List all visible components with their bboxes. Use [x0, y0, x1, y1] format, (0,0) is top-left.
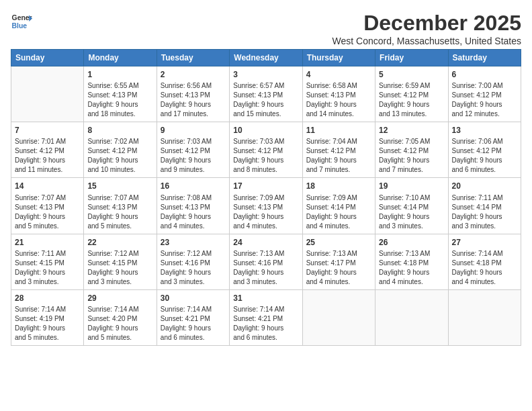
day-number: 18 [306, 181, 371, 191]
day-info: Sunrise: 7:11 AM Sunset: 4:14 PM Dayligh… [452, 193, 517, 231]
day-number: 25 [306, 237, 371, 248]
day-info: Sunrise: 7:01 AM Sunset: 4:12 PM Dayligh… [15, 137, 80, 175]
calendar-cell: 25Sunrise: 7:13 AM Sunset: 4:17 PM Dayli… [302, 234, 375, 289]
day-number: 15 [87, 181, 152, 191]
day-number: 9 [161, 125, 226, 136]
calendar-cell [448, 289, 521, 345]
day-number: 2 [161, 69, 226, 80]
day-info: Sunrise: 7:10 AM Sunset: 4:14 PM Dayligh… [379, 193, 444, 231]
weekday-header-tuesday: Tuesday [157, 50, 229, 66]
day-number: 24 [233, 237, 298, 248]
calendar-cell: 31Sunrise: 7:14 AM Sunset: 4:21 PM Dayli… [230, 289, 302, 345]
weekday-header-saturday: Saturday [448, 50, 521, 66]
calendar-cell: 29Sunrise: 7:14 AM Sunset: 4:20 PM Dayli… [84, 289, 157, 345]
calendar-cell: 30Sunrise: 7:14 AM Sunset: 4:21 PM Dayli… [157, 289, 229, 345]
day-info: Sunrise: 7:05 AM Sunset: 4:12 PM Dayligh… [379, 137, 444, 175]
day-info: Sunrise: 7:03 AM Sunset: 4:12 PM Dayligh… [161, 137, 226, 175]
day-info: Sunrise: 7:13 AM Sunset: 4:18 PM Dayligh… [379, 249, 444, 287]
day-number: 20 [452, 181, 517, 191]
calendar-cell: 5Sunrise: 6:59 AM Sunset: 4:12 PM Daylig… [375, 66, 448, 122]
day-info: Sunrise: 7:14 AM Sunset: 4:18 PM Dayligh… [452, 249, 517, 287]
weekday-header-friday: Friday [375, 50, 448, 66]
day-number: 10 [233, 125, 298, 136]
calendar-cell: 23Sunrise: 7:12 AM Sunset: 4:16 PM Dayli… [157, 234, 229, 289]
weekday-header-monday: Monday [84, 50, 157, 66]
day-number: 28 [15, 293, 80, 304]
day-number: 30 [161, 293, 226, 304]
calendar-cell: 11Sunrise: 7:04 AM Sunset: 4:12 PM Dayli… [302, 122, 375, 178]
day-info: Sunrise: 7:08 AM Sunset: 4:13 PM Dayligh… [161, 193, 226, 231]
day-info: Sunrise: 6:57 AM Sunset: 4:13 PM Dayligh… [233, 81, 298, 119]
weekday-header-wednesday: Wednesday [230, 50, 302, 66]
day-number: 6 [452, 69, 517, 80]
day-info: Sunrise: 7:12 AM Sunset: 4:16 PM Dayligh… [161, 249, 226, 287]
day-number: 16 [161, 181, 226, 191]
logo: General Blue [11, 11, 32, 32]
calendar-cell [11, 66, 84, 122]
calendar-cell: 13Sunrise: 7:06 AM Sunset: 4:12 PM Dayli… [448, 122, 521, 178]
day-info: Sunrise: 7:14 AM Sunset: 4:20 PM Dayligh… [87, 305, 152, 342]
day-number: 31 [233, 293, 298, 304]
calendar-cell: 9Sunrise: 7:03 AM Sunset: 4:12 PM Daylig… [157, 122, 229, 178]
day-info: Sunrise: 7:09 AM Sunset: 4:14 PM Dayligh… [306, 193, 371, 231]
day-number: 27 [452, 237, 517, 248]
calendar-cell: 6Sunrise: 7:00 AM Sunset: 4:12 PM Daylig… [448, 66, 521, 122]
day-info: Sunrise: 6:55 AM Sunset: 4:13 PM Dayligh… [87, 81, 152, 119]
week-row-5: 28Sunrise: 7:14 AM Sunset: 4:19 PM Dayli… [11, 289, 521, 345]
day-info: Sunrise: 7:14 AM Sunset: 4:19 PM Dayligh… [15, 305, 80, 342]
day-number: 17 [233, 181, 298, 191]
day-info: Sunrise: 7:13 AM Sunset: 4:17 PM Dayligh… [306, 249, 371, 287]
calendar-cell: 14Sunrise: 7:07 AM Sunset: 4:13 PM Dayli… [11, 178, 84, 234]
calendar-cell [302, 289, 375, 345]
calendar-cell: 28Sunrise: 7:14 AM Sunset: 4:19 PM Dayli… [11, 289, 84, 345]
day-number: 4 [306, 69, 371, 80]
day-info: Sunrise: 7:07 AM Sunset: 4:13 PM Dayligh… [87, 193, 152, 231]
day-number: 22 [87, 237, 152, 248]
day-info: Sunrise: 7:07 AM Sunset: 4:13 PM Dayligh… [15, 193, 80, 231]
calendar-cell: 20Sunrise: 7:11 AM Sunset: 4:14 PM Dayli… [448, 178, 521, 234]
day-info: Sunrise: 6:59 AM Sunset: 4:12 PM Dayligh… [379, 81, 444, 119]
calendar-cell: 24Sunrise: 7:13 AM Sunset: 4:16 PM Dayli… [230, 234, 302, 289]
weekday-header-row: SundayMondayTuesdayWednesdayThursdayFrid… [11, 50, 521, 66]
weekday-header-thursday: Thursday [302, 50, 375, 66]
calendar-cell: 18Sunrise: 7:09 AM Sunset: 4:14 PM Dayli… [302, 178, 375, 234]
header: General Blue December 2025 West Concord,… [11, 11, 521, 46]
calendar-cell: 21Sunrise: 7:11 AM Sunset: 4:15 PM Dayli… [11, 234, 84, 289]
day-number: 29 [87, 293, 152, 304]
day-number: 7 [15, 125, 80, 136]
calendar-cell: 7Sunrise: 7:01 AM Sunset: 4:12 PM Daylig… [11, 122, 84, 178]
calendar: SundayMondayTuesdayWednesdayThursdayFrid… [11, 49, 521, 346]
day-info: Sunrise: 7:13 AM Sunset: 4:16 PM Dayligh… [233, 249, 298, 287]
day-number: 3 [233, 69, 298, 80]
day-info: Sunrise: 7:03 AM Sunset: 4:12 PM Dayligh… [233, 137, 298, 175]
calendar-cell: 22Sunrise: 7:12 AM Sunset: 4:15 PM Dayli… [84, 234, 157, 289]
calendar-cell: 27Sunrise: 7:14 AM Sunset: 4:18 PM Dayli… [448, 234, 521, 289]
calendar-cell: 10Sunrise: 7:03 AM Sunset: 4:12 PM Dayli… [230, 122, 302, 178]
calendar-cell: 1Sunrise: 6:55 AM Sunset: 4:13 PM Daylig… [84, 66, 157, 122]
week-row-2: 7Sunrise: 7:01 AM Sunset: 4:12 PM Daylig… [11, 122, 521, 178]
day-number: 23 [161, 237, 226, 248]
day-number: 5 [379, 69, 444, 80]
calendar-cell: 15Sunrise: 7:07 AM Sunset: 4:13 PM Dayli… [84, 178, 157, 234]
day-info: Sunrise: 7:00 AM Sunset: 4:12 PM Dayligh… [452, 81, 517, 119]
title-area: December 2025 West Concord, Massachusett… [332, 11, 521, 46]
calendar-cell: 19Sunrise: 7:10 AM Sunset: 4:14 PM Dayli… [375, 178, 448, 234]
week-row-3: 14Sunrise: 7:07 AM Sunset: 4:13 PM Dayli… [11, 178, 521, 234]
day-info: Sunrise: 6:58 AM Sunset: 4:13 PM Dayligh… [306, 81, 371, 119]
day-number: 19 [379, 181, 444, 191]
day-info: Sunrise: 6:56 AM Sunset: 4:13 PM Dayligh… [161, 81, 226, 119]
day-number: 21 [15, 237, 80, 248]
weekday-header-sunday: Sunday [11, 50, 84, 66]
calendar-cell: 17Sunrise: 7:09 AM Sunset: 4:13 PM Dayli… [230, 178, 302, 234]
logo-icon: General Blue [11, 11, 32, 32]
location-title: West Concord, Massachusetts, United Stat… [332, 36, 521, 46]
day-info: Sunrise: 7:14 AM Sunset: 4:21 PM Dayligh… [161, 305, 226, 342]
day-number: 12 [379, 125, 444, 136]
day-info: Sunrise: 7:12 AM Sunset: 4:15 PM Dayligh… [87, 249, 152, 287]
day-number: 13 [452, 125, 517, 136]
day-info: Sunrise: 7:14 AM Sunset: 4:21 PM Dayligh… [233, 305, 298, 342]
calendar-cell: 8Sunrise: 7:02 AM Sunset: 4:12 PM Daylig… [84, 122, 157, 178]
day-info: Sunrise: 7:09 AM Sunset: 4:13 PM Dayligh… [233, 193, 298, 231]
calendar-cell: 2Sunrise: 6:56 AM Sunset: 4:13 PM Daylig… [157, 66, 229, 122]
day-info: Sunrise: 7:02 AM Sunset: 4:12 PM Dayligh… [87, 137, 152, 175]
